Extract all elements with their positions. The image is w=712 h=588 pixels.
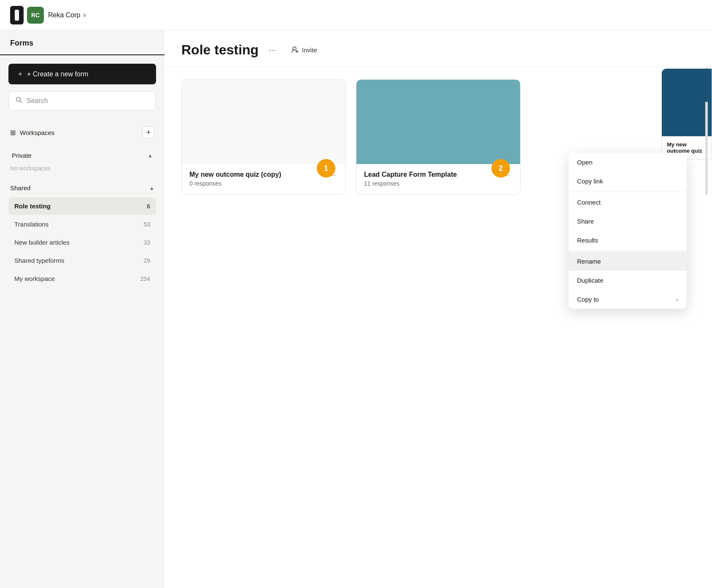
- app-logo: [10, 6, 24, 24]
- chevron-down-icon: ∨: [83, 12, 87, 18]
- partial-card-preview: [662, 69, 712, 136]
- create-form-button[interactable]: ＋ + Create a new form: [8, 64, 156, 84]
- menu-item-open[interactable]: Open: [569, 153, 687, 172]
- chevron-up-icon: ▲: [148, 153, 153, 159]
- workspace-count: 33: [143, 239, 150, 246]
- sidebar-item-new-builder-articles[interactable]: New builder articles 33: [8, 234, 156, 251]
- more-options-button[interactable]: ···: [265, 43, 279, 57]
- workspace-name: Translations: [14, 221, 49, 228]
- menu-item-copy-link[interactable]: Copy link: [569, 172, 687, 191]
- sidebar-item-my-workspace[interactable]: My workspace 254: [8, 270, 156, 287]
- workspace-count: 254: [140, 275, 150, 282]
- chevron-up-icon-shared: ▲: [149, 185, 154, 191]
- add-workspace-button[interactable]: +: [143, 127, 154, 138]
- sidebar-title: Forms: [10, 39, 33, 47]
- private-label: Private: [12, 152, 32, 159]
- search-placeholder: Search: [27, 97, 48, 105]
- shared-section: Shared ▲ Role testing 6 Translations 53 …: [0, 178, 165, 288]
- menu-divider-1: [569, 192, 687, 192]
- private-section: Private ▲ No workspaces: [0, 146, 165, 178]
- avatar: RC: [27, 7, 44, 24]
- form-card-1[interactable]: 1 My new outcome quiz (copy) 0 responses…: [181, 79, 346, 195]
- page-title: Role testing: [181, 42, 259, 58]
- menu-item-connect[interactable]: Connect: [569, 193, 687, 212]
- step-badge-2: 2: [491, 159, 510, 178]
- company-selector[interactable]: Reka Corp ∨: [48, 11, 87, 19]
- search-bar[interactable]: Search: [8, 91, 156, 111]
- shared-header[interactable]: Shared ▲: [8, 180, 156, 197]
- partial-card[interactable]: My new outcome quiz: [661, 68, 712, 159]
- private-label-group: Private: [12, 152, 32, 159]
- menu-item-share[interactable]: Share: [569, 212, 687, 231]
- private-header[interactable]: Private ▲: [10, 148, 154, 163]
- workspace-count: 6: [147, 203, 150, 210]
- invite-person-icon: [291, 46, 299, 54]
- sidebar-header: Forms: [0, 39, 165, 55]
- card-name-1: My new outcome quiz (copy): [189, 171, 326, 178]
- company-name: Reka Corp: [48, 11, 80, 19]
- workspace-count: 53: [143, 221, 150, 228]
- card-name-2: Lead Capture Form Template: [364, 171, 501, 178]
- context-menu: Open Copy link Connect Share Results Ren…: [569, 153, 687, 309]
- menu-item-results[interactable]: Results: [569, 231, 687, 250]
- form-card-2[interactable]: 2 Lead Capture Form Template 11 response…: [356, 79, 521, 195]
- step-badge-1: 1: [317, 159, 335, 178]
- main-layout: Forms ＋ + Create a new form Search ⊞ Wor…: [0, 30, 712, 588]
- sidebar-item-translations[interactable]: Translations 53: [8, 216, 156, 233]
- sidebar: Forms ＋ + Create a new form Search ⊞ Wor…: [0, 30, 165, 588]
- menu-item-copy-to[interactable]: Copy to ›: [569, 290, 687, 309]
- sidebar-item-shared-typeforms[interactable]: Shared typeforms 29: [8, 252, 156, 269]
- shared-label: Shared: [10, 184, 30, 192]
- chevron-right-icon: ›: [676, 296, 678, 303]
- grid-icon: ⊞: [10, 129, 16, 137]
- menu-item-rename[interactable]: Rename: [569, 252, 687, 271]
- scroll-thumb: [705, 68, 708, 102]
- card-responses-1: 0 responses: [189, 180, 326, 187]
- workspace-count: 29: [143, 257, 150, 264]
- menu-divider-2: [569, 251, 687, 251]
- workspaces-label-group: ⊞ Workspaces: [10, 129, 54, 137]
- workspace-name: New builder articles: [14, 239, 70, 246]
- search-icon: [16, 97, 22, 105]
- no-workspaces-label: No workspaces: [10, 163, 154, 173]
- workspace-name: Shared typeforms: [14, 257, 64, 264]
- top-nav: RC Reka Corp ∨: [0, 0, 712, 30]
- card-responses-2: 11 responses: [364, 180, 501, 187]
- workspaces-label: Workspaces: [20, 129, 54, 136]
- workspaces-section: ⊞ Workspaces +: [0, 119, 165, 146]
- workspace-name: Role testing: [14, 202, 51, 210]
- invite-label: Invite: [302, 46, 317, 54]
- scrollbar[interactable]: [705, 68, 708, 195]
- card-preview-2: [356, 80, 520, 164]
- invite-button[interactable]: Invite: [286, 43, 322, 57]
- content-header: Role testing ··· Invite: [165, 30, 712, 67]
- workspaces-header[interactable]: ⊞ Workspaces +: [8, 122, 156, 143]
- sidebar-item-role-testing[interactable]: Role testing 6: [8, 197, 156, 215]
- card-preview-1: [182, 80, 345, 164]
- main-content: Role testing ··· Invite 1: [165, 30, 712, 588]
- workspace-name: My workspace: [14, 275, 55, 282]
- plus-icon: ＋: [17, 70, 24, 78]
- svg-line-1: [20, 101, 22, 103]
- create-btn-label: + Create a new form: [27, 70, 88, 78]
- menu-item-duplicate[interactable]: Duplicate: [569, 271, 687, 290]
